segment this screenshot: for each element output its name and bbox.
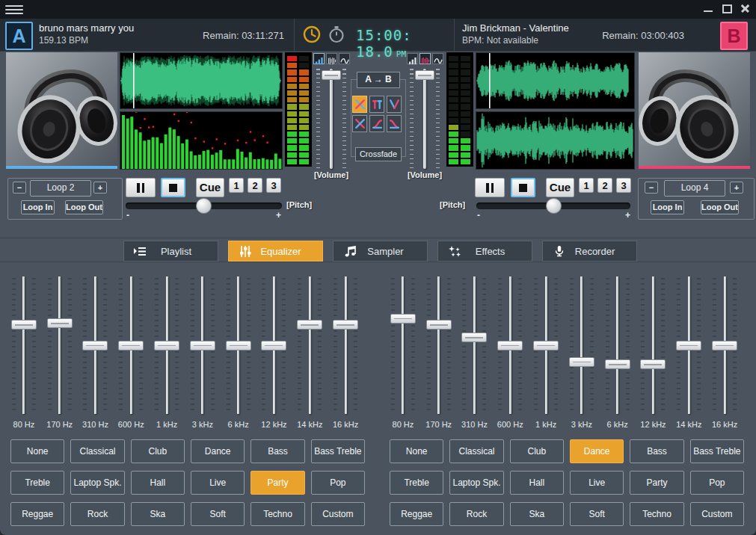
display-mode-bars-button[interactable] <box>313 53 325 64</box>
eq-slider-track[interactable] <box>94 276 96 414</box>
deck-b-cue-button[interactable]: Cue <box>546 178 574 197</box>
deck-b-waveform-overview[interactable] <box>476 52 635 109</box>
eq-slider-handle[interactable] <box>190 341 215 350</box>
eq-slider-track[interactable] <box>616 276 618 414</box>
auto-fade-a-to-b-button[interactable]: A → B <box>357 72 400 88</box>
eq-slider-handle[interactable] <box>11 320 37 330</box>
preset-dance-button-b[interactable]: Dance <box>570 439 624 463</box>
deck-a-pitch-knob[interactable] <box>196 198 212 214</box>
crossfade-curve-button-4[interactable] <box>352 115 367 132</box>
preset-soft-button-a[interactable]: Soft <box>191 502 245 526</box>
minimize-button[interactable] <box>702 3 714 14</box>
eq-slider-handle[interactable] <box>390 314 416 324</box>
preset-hall-button-a[interactable]: Hall <box>131 471 185 495</box>
preset-rock-button-a[interactable]: Rock <box>70 502 124 526</box>
deck-b-volume-handle[interactable] <box>415 70 434 80</box>
preset-ska-button-a[interactable]: Ska <box>131 502 185 526</box>
crossfade-curve-button-2[interactable] <box>369 96 384 113</box>
eq-slider-handle[interactable] <box>118 341 144 350</box>
preset-treble-button-b[interactable]: Treble <box>390 471 443 495</box>
eq-slider-track[interactable] <box>201 276 203 414</box>
preset-bass-button-b[interactable]: Bass <box>630 439 683 463</box>
crossfade-curve-button-1[interactable] <box>352 96 367 113</box>
display-mode-wave-button[interactable] <box>326 53 337 64</box>
deck-a-pause-button[interactable] <box>126 178 156 197</box>
deck-a-loop-minus-button[interactable]: − <box>13 182 26 194</box>
tab-sampler[interactable]: Sampler <box>333 241 428 262</box>
deck-b-hotcue-2-button[interactable]: 2 <box>597 178 612 193</box>
maximize-button[interactable] <box>721 3 733 14</box>
preset-pop-button-a[interactable]: Pop <box>311 471 365 495</box>
preset-bass-treble-button-b[interactable]: Bass Treble <box>690 439 744 463</box>
preset-custom-button-a[interactable]: Custom <box>311 502 365 526</box>
eq-slider-handle[interactable] <box>676 341 701 350</box>
display-mode-bars-button[interactable] <box>407 53 418 64</box>
eq-slider-handle[interactable] <box>461 333 487 342</box>
deck-b-loop-in-button[interactable]: Loop In <box>651 200 684 214</box>
preset-laptop-spk-button-b[interactable]: Laptop Spk. <box>449 471 503 495</box>
preset-dance-button-a[interactable]: Dance <box>191 439 245 463</box>
clock-icon[interactable] <box>302 25 322 44</box>
eq-slider-track[interactable] <box>22 276 25 414</box>
crossfade-curve-button-5[interactable] <box>369 115 384 132</box>
preset-bass-button-a[interactable]: Bass <box>251 439 304 463</box>
preset-reggae-button-b[interactable]: Reggae <box>390 502 443 526</box>
deck-b-pause-button[interactable] <box>475 178 505 197</box>
deck-b-volume-fader[interactable] <box>408 67 441 172</box>
preset-classical-button-a[interactable]: Classical <box>70 439 124 463</box>
deck-a-loop-in-button[interactable]: Loop In <box>21 200 55 214</box>
deck-a-hotcue-2-button[interactable]: 2 <box>248 178 262 193</box>
eq-slider-track[interactable] <box>580 276 583 414</box>
preset-rock-button-b[interactable]: Rock <box>449 502 503 526</box>
deck-a-hotcue-3-button[interactable]: 3 <box>266 178 281 193</box>
preset-none-button-a[interactable]: None <box>10 439 64 463</box>
eq-slider-track[interactable] <box>437 276 440 414</box>
crossfade-curve-button-6[interactable] <box>387 115 402 132</box>
stopwatch-icon[interactable] <box>327 25 346 44</box>
deck-a-loop-out-button[interactable]: Loop Out <box>65 200 103 214</box>
eq-slider-handle[interactable] <box>297 320 322 330</box>
crossfade-curve-button-3[interactable] <box>387 96 402 113</box>
preset-treble-button-a[interactable]: Treble <box>10 471 64 495</box>
deck-b-wave-display[interactable] <box>476 52 635 170</box>
deck-a-stop-button[interactable] <box>161 178 185 197</box>
deck-a-pitch-slider[interactable] <box>126 202 282 209</box>
deck-b-hotcue-1-button[interactable]: 1 <box>579 178 594 193</box>
preset-classical-button-b[interactable]: Classical <box>449 439 503 463</box>
preset-custom-button-b[interactable]: Custom <box>690 502 744 526</box>
deck-a-wave-display[interactable] <box>120 52 283 170</box>
tab-equalizer[interactable]: Equalizer <box>228 241 323 262</box>
deck-b-pitch-slider[interactable] <box>476 202 630 209</box>
deck-b-loop-minus-button[interactable]: − <box>645 182 658 194</box>
eq-slider-track[interactable] <box>166 276 168 414</box>
eq-slider-handle[interactable] <box>82 341 108 350</box>
eq-slider-handle[interactable] <box>426 320 452 330</box>
deck-a-cue-button[interactable]: Cue <box>196 178 224 197</box>
eq-slider-track[interactable] <box>237 276 239 414</box>
preset-hall-button-b[interactable]: Hall <box>510 471 564 495</box>
eq-slider-handle[interactable] <box>261 341 286 350</box>
preset-reggae-button-a[interactable]: Reggae <box>10 502 64 526</box>
preset-live-button-a[interactable]: Live <box>191 471 245 495</box>
display-mode-curve-button[interactable] <box>432 53 443 64</box>
eq-slider-handle[interactable] <box>640 359 666 369</box>
eq-slider-handle[interactable] <box>226 341 251 350</box>
eq-slider-track[interactable] <box>473 276 476 414</box>
preset-bass-treble-button-a[interactable]: Bass Treble <box>311 439 365 463</box>
deck-a-volume-handle[interactable] <box>322 70 341 80</box>
eq-slider-handle[interactable] <box>569 357 594 367</box>
preset-none-button-b[interactable]: None <box>390 439 443 463</box>
eq-slider-handle[interactable] <box>154 341 179 350</box>
preset-techno-button-b[interactable]: Techno <box>630 502 683 526</box>
deck-b-hotcue-3-button[interactable]: 3 <box>616 178 631 193</box>
eq-slider-handle[interactable] <box>497 341 523 350</box>
deck-a-hotcue-1-button[interactable]: 1 <box>229 178 244 193</box>
preset-ska-button-b[interactable]: Ska <box>510 502 564 526</box>
eq-slider-track[interactable] <box>545 276 547 414</box>
eq-slider-handle[interactable] <box>533 341 559 350</box>
eq-slider-track[interactable] <box>345 276 347 414</box>
close-button[interactable] <box>740 3 752 14</box>
eq-slider-track[interactable] <box>309 276 311 414</box>
eq-slider-track[interactable] <box>509 276 511 414</box>
preset-pop-button-b[interactable]: Pop <box>690 471 744 495</box>
